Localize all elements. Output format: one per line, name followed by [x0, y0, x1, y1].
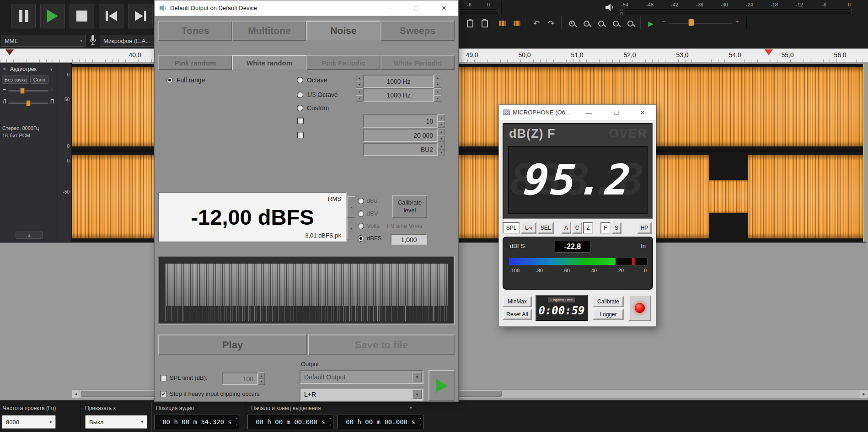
key-sel[interactable]: SEL: [537, 222, 554, 234]
undo-button[interactable]: ↶: [530, 17, 542, 29]
spin-down-icon[interactable]: ▾: [438, 150, 445, 157]
selection-menu-icon[interactable]: ▾: [410, 405, 412, 410]
octave-radio[interactable]: [297, 77, 303, 83]
lower-bound-field[interactable]: 10: [363, 114, 438, 128]
output-start-button[interactable]: [429, 370, 455, 401]
dbv-radio[interactable]: [358, 211, 364, 217]
third-freq-spinner[interactable]: ▴▾: [434, 88, 441, 102]
zoom-out-button[interactable]: −: [580, 17, 592, 29]
vertical-scale-ruler[interactable]: 0 -50 0 0 -50: [58, 63, 72, 243]
project-rate-select[interactable]: 8000 ▾: [2, 415, 56, 429]
spin-down-icon[interactable]: ▾: [434, 81, 441, 88]
chevron-down-icon[interactable]: ▾: [413, 372, 422, 382]
octave-freq-spinner[interactable]: ▴▾: [434, 75, 441, 88]
stop-button[interactable]: [70, 4, 94, 28]
lower-bound-spinner[interactable]: ▴▾: [438, 114, 445, 128]
skip-start-button[interactable]: [99, 4, 123, 28]
spl-limit-checkbox[interactable]: [161, 375, 167, 381]
volts-radio[interactable]: [358, 223, 364, 229]
pause-button[interactable]: [11, 4, 36, 28]
tab-noise[interactable]: Noise: [306, 21, 380, 41]
spin-down-icon[interactable]: ▾: [356, 81, 363, 88]
spl-titlebar[interactable]: MICROPHONE (Об... — □ ×: [499, 105, 656, 120]
recording-device-select[interactable]: Микрофон (E.A...: [100, 35, 154, 47]
track-name[interactable]: Аудиотрек: [10, 66, 37, 72]
subtab-white-periodic[interactable]: White Periodic: [380, 55, 455, 70]
trim-audio-button[interactable]: [496, 17, 508, 29]
minmax-button[interactable]: MinMax: [503, 296, 532, 307]
fs-sine-field[interactable]: 1,000: [391, 234, 427, 245]
silence-audio-button[interactable]: [511, 17, 523, 29]
signal-generator-window[interactable]: Default Output on Default Device — □ × T…: [154, 0, 459, 402]
close-button[interactable]: ×: [632, 105, 653, 120]
spin-down-icon[interactable]: ▾: [236, 424, 238, 427]
zoom-fit-button[interactable]: [610, 17, 622, 29]
spin-up-icon[interactable]: ▴: [434, 75, 441, 81]
spin-down-icon[interactable]: ▾: [438, 135, 445, 142]
spin-down-icon[interactable]: ▾: [438, 121, 445, 128]
upper-bound-checkbox[interactable]: [297, 132, 304, 138]
key-slow[interactable]: S: [611, 222, 622, 234]
scroll-right-button[interactable]: ►: [860, 390, 868, 398]
play-at-speed-button[interactable]: ▶: [645, 17, 657, 29]
rec-meter-bar-left[interactable]: [459, 9, 498, 11]
maximize-button[interactable]: □: [606, 105, 627, 120]
spin-up-icon[interactable]: ▴: [434, 88, 441, 95]
selection-start-field[interactable]: 00 h 00 m 00.000 s ▴▾: [247, 415, 333, 429]
dbu-radio[interactable]: [358, 198, 364, 204]
zoom-in-button[interactable]: +: [566, 17, 578, 29]
full-range-radio[interactable]: [166, 77, 173, 83]
gain-slider[interactable]: [8, 90, 48, 92]
mute-button[interactable]: Без звука: [2, 76, 29, 84]
gain-slider-thumb[interactable]: [20, 88, 25, 94]
spin-down-icon[interactable]: ▾: [356, 95, 363, 102]
key-spl[interactable]: SPL: [503, 222, 520, 234]
output-device-select[interactable]: Default Output ▾: [300, 370, 423, 384]
tab-multitone[interactable]: Multitone: [232, 21, 306, 41]
key-highpass[interactable]: HP: [637, 222, 652, 234]
copy-button[interactable]: [479, 17, 491, 29]
minimize-button[interactable]: —: [378, 0, 401, 16]
spin-down-icon[interactable]: ▾: [419, 424, 421, 427]
preset-spinner[interactable]: ▴▾: [438, 143, 445, 156]
spin-up-icon[interactable]: ▴: [356, 88, 363, 95]
track-control-panel[interactable]: × Аудиотрек ▾ Без звука Соло – + Л П Сте…: [0, 63, 58, 243]
playhead-marker[interactable]: [5, 49, 14, 55]
tab-sweeps[interactable]: Sweeps: [380, 21, 455, 41]
logger-button[interactable]: Logger: [593, 309, 624, 320]
spin-down-icon[interactable]: ▾: [347, 218, 355, 239]
subtab-pink-random[interactable]: Pink random: [158, 55, 232, 70]
spin-up-icon[interactable]: ▴: [236, 417, 238, 420]
preset-field[interactable]: BU2: [363, 143, 438, 156]
pan-slider-thumb[interactable]: [26, 100, 31, 106]
spin-up-icon[interactable]: ▴: [347, 196, 355, 218]
spin-up-icon[interactable]: ▴: [258, 373, 265, 379]
third-octave-radio[interactable]: [297, 92, 303, 98]
play-button[interactable]: [40, 4, 65, 28]
audio-host-select[interactable]: MME ▾: [1, 35, 86, 47]
play-meter-bar-left[interactable]: [625, 9, 852, 11]
spinner-icon[interactable]: ▴▾: [236, 417, 238, 427]
reset-all-button[interactable]: Reset All: [503, 309, 532, 320]
key-weighting-z[interactable]: Z: [583, 222, 593, 234]
scroll-left-button[interactable]: ◄: [72, 390, 80, 398]
level-spinner[interactable]: ▴▾: [347, 196, 355, 239]
minimize-button[interactable]: —: [578, 105, 599, 120]
audio-position-field[interactable]: 00 h 00 m 54.320 s ▴▾: [154, 415, 240, 429]
spinner-icon[interactable]: ▴▾: [419, 417, 421, 427]
octave-freq-field[interactable]: 1000 Hz: [363, 75, 434, 88]
generator-titlebar[interactable]: Default Output on Default Device — □ ×: [155, 0, 458, 16]
tab-tones[interactable]: Tones: [158, 21, 232, 41]
upper-bound-spinner[interactable]: ▴▾: [438, 129, 445, 142]
third-freq-field[interactable]: 1000 Hz: [363, 88, 434, 102]
spin-down-icon[interactable]: ▾: [434, 95, 441, 102]
zoom-selection-button[interactable]: [595, 17, 607, 29]
solo-button[interactable]: Соло: [30, 76, 48, 84]
record-button[interactable]: [629, 295, 651, 321]
spl-limit-field[interactable]: 100: [222, 373, 258, 385]
third-freq-spinner[interactable]: ▴▾: [356, 88, 363, 102]
save-to-file-button[interactable]: Save to file: [308, 335, 455, 355]
selection-end-field[interactable]: 00 h 00 m 00.000 s ▴▾: [338, 415, 423, 429]
dbfs-radio[interactable]: [358, 235, 364, 242]
subtab-pink-periodic[interactable]: Pink Periodic: [306, 55, 380, 70]
